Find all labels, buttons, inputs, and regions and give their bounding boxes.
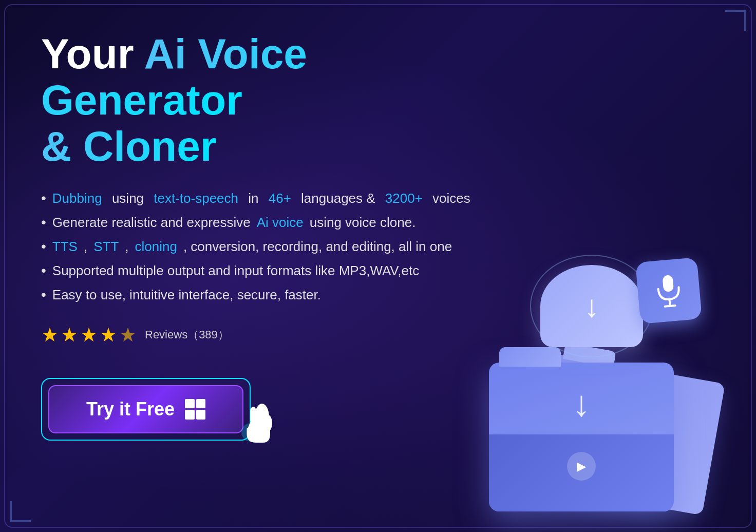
feature-item-1: Dubbing using text-to-speech in 46+ lang… <box>41 191 503 206</box>
cloud-upload-icon: ↓ <box>584 289 599 324</box>
feature-item-2: Generate realistic and expressive Ai voi… <box>41 215 503 231</box>
download-arrow-icon: ↓ <box>573 383 591 424</box>
features-list: Dubbing using text-to-speech in 46+ lang… <box>41 191 503 303</box>
star-4: ★ <box>100 324 117 346</box>
feature-item-4: Supported multiple output and input form… <box>41 263 503 279</box>
svg-rect-4 <box>662 275 674 292</box>
windows-pane-1 <box>185 399 195 409</box>
folder-main: ↓ ▶ <box>489 363 674 511</box>
windows-pane-3 <box>185 410 195 420</box>
star-rating: ★ ★ ★ ★ ★ <box>41 324 137 346</box>
cursor-area <box>240 395 287 454</box>
star-5: ★ <box>119 324 137 346</box>
hand-cursor-icon <box>240 395 287 452</box>
mic-badge <box>635 257 702 324</box>
windows-pane-2 <box>196 399 206 409</box>
main-container: Your Ai Voice Generator & Cloner Dubbing… <box>0 0 756 532</box>
cta-outer-box: Try it Free <box>41 378 251 441</box>
corner-decoration-tr <box>725 10 746 31</box>
feature-item-3: TTS, STT, cloning, conversion, recording… <box>41 239 503 255</box>
cloud-area: ↓ <box>540 265 643 347</box>
cta-container: Try it Free <box>41 365 503 454</box>
feature-1-tts: text-to-speech <box>154 191 238 206</box>
feature-3-cloning: cloning <box>135 239 177 255</box>
svg-line-6 <box>665 306 675 307</box>
windows-icon <box>185 399 205 420</box>
feature-2-ai: Ai voice <box>257 215 304 231</box>
play-button-icon: ▶ <box>567 452 596 481</box>
content-area: Your Ai Voice Generator & Cloner Dubbing… <box>41 31 503 454</box>
illustration-area: ↓ ▶ ↓ <box>438 244 725 532</box>
feature-1-dubbing: Dubbing <box>52 191 102 206</box>
rating-section: ★ ★ ★ ★ ★ Reviews（389） <box>41 324 503 346</box>
cta-button-label: Try it Free <box>86 398 175 420</box>
mic-icon <box>652 272 686 310</box>
star-1: ★ <box>41 324 59 346</box>
try-free-button[interactable]: Try it Free <box>48 385 243 433</box>
headline-line2: & Cloner <box>41 123 217 169</box>
star-2: ★ <box>61 324 78 346</box>
page-headline: Your Ai Voice Generator & Cloner <box>41 31 503 170</box>
cloud-shape: ↓ <box>540 265 643 347</box>
star-3: ★ <box>80 324 98 346</box>
feature-3-stt: STT <box>93 239 119 255</box>
feature-3-tts: TTS <box>52 239 78 255</box>
folder-main-tab <box>499 347 561 367</box>
feature-1-voices: 3200+ <box>385 191 423 206</box>
feature-item-5: Easy to use, intuitive interface, secure… <box>41 287 503 303</box>
feature-1-langs: 46+ <box>269 191 291 206</box>
windows-pane-4 <box>196 410 206 420</box>
corner-decoration-bl <box>10 501 31 522</box>
headline-white: Your <box>41 30 144 77</box>
reviews-count: Reviews（389） <box>145 327 229 343</box>
